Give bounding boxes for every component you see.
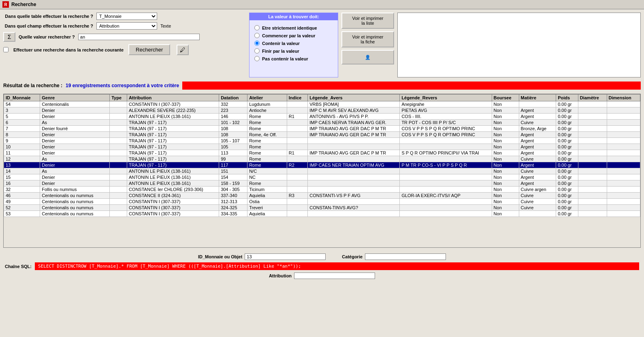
categorie-label: Catégorie [342,254,363,259]
table-row[interactable]: 15DenierANTONIN LE PIEUX (138-161)154NCN… [4,174,640,180]
window-icon: R [2,1,9,8]
option-strictement-label: Etre strictement identique [262,26,317,30]
col-matiere[interactable]: Matière [519,94,556,101]
results-count[interactable]: 19 enregistrements correspondent à votre… [66,83,179,88]
attribution-input[interactable] [294,273,375,279]
option-commencer[interactable]: Commencer par la valeur [254,33,333,38]
table-row[interactable]: 13DenierTRAJAN (97 - 117)117RomeR2IMP CA… [4,162,640,168]
la-valeur-header: La valeur à trouver doit: [249,13,338,20]
table-row[interactable]: 5DenierANTONIN LE PIEUX (138-161)146Rome… [4,114,640,120]
col-dimension[interactable]: Dimension [607,94,640,101]
table-row[interactable]: 3DenierALEXANDRE SEVERE (222-235)223Anti… [4,107,640,114]
eraser-icon: 🖊 [180,47,186,53]
table-row[interactable]: 32Follis ou nummusCONSTANCE Ier CHLORE (… [4,187,640,193]
user-icon: 👤 [365,55,371,60]
voir-liste-button[interactable]: Voir et imprimerla liste [341,13,394,29]
col-legende-avers[interactable]: Légende_Avers [308,94,400,101]
table-row[interactable]: 46Centenionalis ou nummusCONSTANCE II (3… [4,193,640,199]
field-select[interactable]: Attribution [96,22,157,30]
col-poids[interactable]: Poids [556,94,578,101]
table-row[interactable]: 9DenierTRAJAN (97 - 117)105 - 107RomeNon… [4,138,640,144]
col-genre[interactable]: Genre [40,94,110,101]
table-row[interactable]: 7Denier fourréTRAJAN (97 - 117)108RomeIM… [4,126,640,132]
col-id[interactable]: ID_Monnaie [4,94,40,101]
window-title-bar: R Recherche [0,0,644,9]
col-indice[interactable]: Indice [287,94,307,101]
col-legende-revers[interactable]: Légende_Revers [400,94,492,101]
red-bar [182,82,641,90]
id-monnaie-label: ID_Monnaie ou Objet [198,254,242,259]
table-row[interactable]: 49Centenionalis ou nummusCONSTANTIN I (3… [4,199,640,205]
table-row[interactable]: 8DenierTRAJAN (97 - 117)108Rome, 4e Off.… [4,132,640,138]
table-row[interactable]: 16DenierANTONIN LE PIEUX (138-161)158 - … [4,180,640,187]
id-monnaie-input[interactable] [245,253,326,260]
col-type[interactable]: Type [110,94,127,101]
field-type: Texte [160,24,171,28]
field-label: Dans quel champ effectuer la recherche ? [3,24,96,28]
data-table: ID_Monnaie Genre Type Attribution Datati… [4,94,640,217]
categorie-input[interactable] [365,253,446,260]
sigma-button[interactable]: Σ [3,32,15,42]
option-pas-contenir-label: Pas contenir la valeur [262,56,308,61]
table-row[interactable]: 6AsTRAJAN (97 - 117)101 - 102RomeIMP CAE… [4,120,640,126]
col-datation[interactable]: Datation [219,94,247,101]
recherche-courante-label: Effectuer une recherche dans la recherch… [13,47,124,52]
col-diametre[interactable]: Diamètre [578,94,607,101]
option-pas-contenir[interactable]: Pas contenir la valeur [254,56,333,61]
chaine-sql-label: Chaîne SQL: [5,264,32,269]
attribution-label: Attribution [269,273,292,278]
option-finir-label: Finir par la valeur [262,49,299,54]
window-title: Recherche [11,2,36,7]
option-strictement[interactable]: Etre strictement identique [254,25,333,30]
voir-fiche-button[interactable]: Voir et imprimerla fiche [341,31,394,47]
table-select[interactable]: T_Monnaie [96,13,157,20]
table-row[interactable]: 53Centenionalis ou nummusCONSTANTIN I (3… [4,211,640,217]
recherche-courante-checkbox[interactable] [3,47,9,52]
col-boursee[interactable]: Boursee [492,94,519,101]
results-label: Résultat de la recherche : [3,83,62,88]
table-row[interactable]: 14AsANTONIN LE PIEUX (138-161)151N/CNonC… [4,168,640,174]
search-input[interactable] [78,34,200,40]
option-contenir-label: Contenir la valeur [262,41,300,46]
option-finir[interactable]: Finir par la valeur [254,48,333,54]
eraser-button[interactable]: 🖊 [177,45,189,55]
sql-box: SELECT DISTINCTROW [T_Monnaie].* FROM [T… [35,262,639,270]
value-label: Quelle valeur rechercher ? [19,34,75,39]
col-attribution[interactable]: Attribution [127,94,219,101]
table-container[interactable]: ID_Monnaie Genre Type Attribution Datati… [3,94,641,248]
user-button[interactable]: 👤 [341,50,394,64]
rechercher-button[interactable]: Rechercher [128,44,170,55]
table-row[interactable]: 54CentenionalisCONSTANTIN I (307-337)332… [4,101,640,107]
option-commencer-label: Commencer par la valeur [262,33,315,38]
col-atelier[interactable]: Atelier [247,94,287,101]
table-row[interactable]: 52Centenionalis ou nummusCONSTANTIN I (3… [4,205,640,211]
table-row[interactable]: 10DenierTRAJAN (97 - 117)105RomeNonArgen… [4,144,640,150]
option-contenir[interactable]: Contenir la valeur [254,41,333,46]
table-label: Dans quelle table effectuer la recherche… [3,14,96,19]
table-row[interactable]: 11DenierTRAJAN (97 - 117)113RomeR1IMP TR… [4,150,640,156]
preview-box [397,13,641,77]
table-row[interactable]: 12AsTRAJAN (97 - 117)99RomeNonCuivre0.00… [4,156,640,162]
